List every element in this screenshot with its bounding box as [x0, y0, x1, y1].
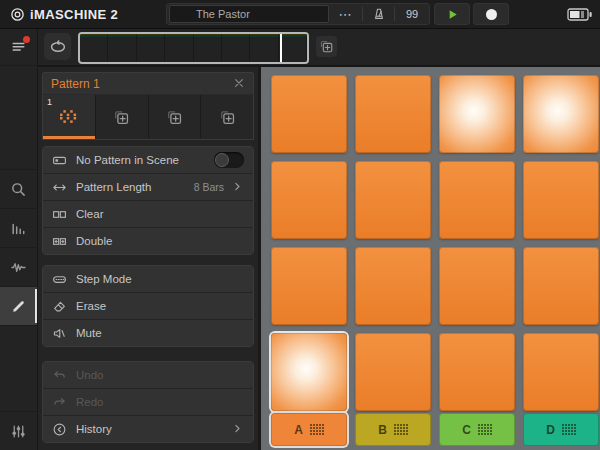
sidebar-item-keyboard[interactable]	[0, 209, 37, 248]
add-pattern-icon	[113, 109, 130, 126]
add-pattern-tab[interactable]	[201, 95, 253, 139]
sidebar	[0, 28, 38, 450]
group-label: A	[294, 423, 303, 437]
app-logo: iMASCHINE 2	[10, 0, 118, 28]
menu-item-label: History	[76, 423, 231, 435]
pattern-menu: No Pattern in ScenePattern Length8 BarsC…	[42, 146, 254, 443]
playhead[interactable]	[280, 34, 282, 62]
group-button-b[interactable]: B	[355, 413, 431, 446]
battery-icon	[567, 7, 593, 25]
more-options-button[interactable]: ⋯	[329, 4, 362, 24]
group-button-c[interactable]: C	[439, 413, 515, 446]
top-bar: iMASCHINE 2 The Pastor ⋯ 99	[0, 0, 600, 29]
group-row: ABCD	[271, 413, 599, 446]
timeline-bar-grid	[80, 34, 307, 62]
add-pattern-icon	[219, 109, 236, 126]
history-icon	[52, 422, 76, 437]
pattern-tabs: 1	[42, 94, 254, 140]
pad-3[interactable]	[439, 75, 515, 153]
undo-icon	[52, 368, 76, 383]
group-label: D	[546, 423, 555, 437]
pad-16[interactable]	[523, 333, 599, 411]
scene-bar	[38, 28, 600, 67]
menu-item-label: Mute	[76, 327, 244, 339]
chevron-right-icon	[231, 422, 244, 437]
close-panel-button[interactable]	[233, 75, 245, 93]
menu-item-redo[interactable]: Redo	[43, 389, 253, 416]
song-timeline[interactable]	[78, 32, 309, 64]
sidebar-item-audio[interactable]	[0, 248, 37, 287]
pad-4[interactable]	[523, 75, 599, 153]
group-button-d[interactable]: D	[523, 413, 599, 446]
search-icon	[10, 181, 27, 198]
app-title: iMASCHINE 2	[30, 7, 118, 22]
double-icon	[52, 234, 76, 249]
pad-7[interactable]	[439, 161, 515, 239]
pad-15[interactable]	[439, 333, 515, 411]
sidebar-item-mixer[interactable]	[0, 411, 37, 450]
menu-item-pattern-length[interactable]: Pattern Length8 Bars	[43, 174, 253, 201]
sidebar-item-projects-menu[interactable]	[0, 28, 37, 66]
menu-item-label: No Pattern in Scene	[76, 154, 214, 166]
arrows-horizontal-icon	[52, 180, 76, 195]
add-scene-button[interactable]	[316, 36, 337, 57]
group-button-a[interactable]: A	[271, 413, 347, 446]
more-options-icon: ⋯	[339, 8, 353, 21]
loop-button[interactable]	[44, 33, 71, 60]
pad-1[interactable]	[271, 75, 347, 153]
metronome-button[interactable]	[363, 4, 394, 24]
pad-6[interactable]	[355, 161, 431, 239]
menu-item-label: Undo	[76, 369, 244, 381]
project-title-field[interactable]: The Pastor	[169, 5, 329, 23]
pad-11[interactable]	[439, 247, 515, 325]
menu-item-history[interactable]: History	[43, 416, 253, 442]
pattern-panel: Pattern 1 1 No Pattern in ScenePattern L…	[38, 67, 258, 450]
menu-item-double[interactable]: Double	[43, 228, 253, 254]
add-pattern-icon	[166, 109, 183, 126]
play-button[interactable]	[434, 3, 470, 25]
pattern-panel-title: Pattern 1	[51, 77, 233, 91]
menu-item-label: Pattern Length	[76, 181, 194, 193]
sidebar-item-edit[interactable]	[0, 287, 37, 326]
pattern-tab-1[interactable]: 1	[43, 95, 96, 139]
menu-item-label: Step Mode	[76, 273, 244, 285]
record-button[interactable]	[473, 3, 509, 25]
add-pattern-tab[interactable]	[149, 95, 202, 139]
add-pattern-tab[interactable]	[96, 95, 149, 139]
menu-group: Step ModeEraseMute	[42, 265, 254, 347]
menu-item-no-pattern-in-scene[interactable]: No Pattern in Scene	[43, 147, 253, 174]
clear-icon	[52, 207, 76, 222]
pad-10[interactable]	[355, 247, 431, 325]
step-mode-icon	[52, 272, 76, 287]
pad-grid	[271, 75, 599, 411]
sidebar-item-browse[interactable]	[0, 169, 37, 209]
menu-item-mute[interactable]: Mute	[43, 320, 253, 346]
tempo-display[interactable]: 99	[395, 4, 429, 24]
group-grid-icon	[478, 424, 492, 435]
record-icon	[486, 9, 497, 20]
menu-item-undo[interactable]: Undo	[43, 362, 253, 389]
pad-14[interactable]	[355, 333, 431, 411]
pad-13[interactable]	[271, 333, 347, 411]
pad-5[interactable]	[271, 161, 347, 239]
pattern-slot-icon	[52, 153, 76, 168]
menu-item-clear[interactable]: Clear	[43, 201, 253, 228]
close-icon	[233, 77, 245, 89]
menu-group: UndoRedoHistory	[42, 361, 254, 443]
notification-badge	[23, 36, 30, 43]
timeline-tracks	[80, 34, 307, 37]
menu-item-label: Redo	[76, 396, 244, 408]
pad-2[interactable]	[355, 75, 431, 153]
toggle-knob	[215, 153, 229, 167]
pad-8[interactable]	[523, 161, 599, 239]
pad-12[interactable]	[523, 247, 599, 325]
toggle-switch[interactable]	[214, 152, 244, 168]
menu-item-step-mode[interactable]: Step Mode	[43, 266, 253, 293]
erase-icon	[52, 299, 76, 314]
scene-track-d[interactable]	[80, 36, 307, 37]
menu-item-erase[interactable]: Erase	[43, 293, 253, 320]
menu-item-label: Erase	[76, 300, 244, 312]
pattern-number: 1	[47, 97, 52, 107]
pad-9[interactable]	[271, 247, 347, 325]
menu-group: No Pattern in ScenePattern Length8 BarsC…	[42, 146, 254, 255]
